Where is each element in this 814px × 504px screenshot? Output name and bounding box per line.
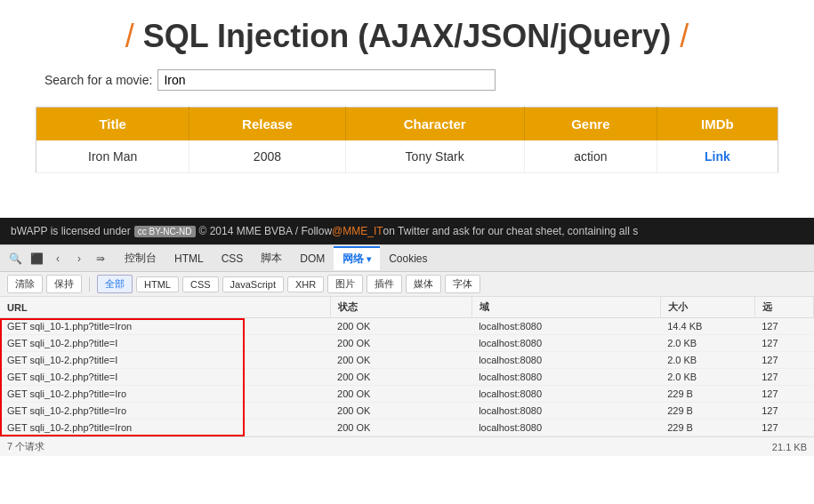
net-size: 2.0 KB xyxy=(660,369,754,386)
col-header-imdb: IMDb xyxy=(657,108,778,141)
filter-all[interactable]: 全部 xyxy=(97,275,133,293)
net-status: 200 OK xyxy=(330,352,471,369)
net-remote: 127 xyxy=(754,318,813,335)
net-size: 229 B xyxy=(660,420,754,436)
cc-badge: cc BY-NC-ND xyxy=(134,226,196,237)
devtools-toolbar: 🔍 ⬛ ‹ › ⇛ 控制台 HTML CSS 脚本 DOM 网络 Cookies xyxy=(0,245,814,272)
cell-title: Iron Man xyxy=(36,140,189,173)
col-header-url: URL xyxy=(0,297,330,318)
filter-media[interactable]: 媒体 xyxy=(406,275,441,293)
cell-imdb[interactable]: Link xyxy=(657,140,778,173)
network-row[interactable]: GET sqli_10-2.php?title=Iro 200 OK local… xyxy=(0,386,814,403)
net-url: GET sqli_10-2.php?title=Iro xyxy=(0,403,330,420)
imdb-link[interactable]: Link xyxy=(705,149,730,164)
net-status: 200 OK xyxy=(330,335,471,352)
net-url: GET sqli_10-2.php?title=Iro xyxy=(0,386,330,403)
cell-release: 2008 xyxy=(189,140,345,173)
net-size: 2.0 KB xyxy=(660,335,754,352)
tab-html[interactable]: HTML xyxy=(165,249,213,268)
net-domain: localhost:8080 xyxy=(471,369,660,386)
filter-bar: 清除 保持 全部 HTML CSS JavaScript XHR 图片 插件 媒… xyxy=(0,272,814,297)
footer-text1: bWAPP is licensed under xyxy=(11,225,131,237)
net-status: 200 OK xyxy=(330,318,471,335)
request-count: 7 个请求 xyxy=(7,440,44,453)
col-header-domain: 域 xyxy=(471,297,660,318)
net-size: 2.0 KB xyxy=(660,352,754,369)
tab-console[interactable]: 控制台 xyxy=(116,247,165,269)
net-remote: 127 xyxy=(754,420,813,436)
filter-js[interactable]: JavaScript xyxy=(222,276,284,292)
tab-css[interactable]: CSS xyxy=(213,249,253,268)
tab-dom[interactable]: DOM xyxy=(291,249,334,268)
col-header-status: 状态 xyxy=(330,297,471,318)
net-url: GET sqli_10-1.php?title=Iron xyxy=(0,318,330,335)
network-row[interactable]: GET sqli_10-1.php?title=Iron 200 OK loca… xyxy=(0,318,814,335)
network-status-bar: 7 个请求 21.1 KB xyxy=(0,436,814,456)
filter-images[interactable]: 图片 xyxy=(327,275,363,293)
network-row[interactable]: GET sqli_10-2.php?title=I 200 OK localho… xyxy=(0,335,814,352)
slash-left: / xyxy=(125,18,143,54)
results-table: Title Release Character Genre IMDb Iron … xyxy=(36,107,778,173)
network-container: URL 状态 域 大小 远 GET sqli_10-1.php?title=Ir… xyxy=(0,297,814,436)
net-domain: localhost:8080 xyxy=(471,352,660,369)
col-header-remote: 远 xyxy=(754,297,813,318)
page-title: / SQL Injection (AJAX/JSON/jQuery) / xyxy=(36,18,778,55)
filter-css[interactable]: CSS xyxy=(182,276,219,292)
net-domain: localhost:8080 xyxy=(471,403,660,420)
tab-network[interactable]: 网络 xyxy=(334,246,380,270)
col-header-genre: Genre xyxy=(524,108,657,141)
filter-divider xyxy=(89,277,90,292)
search-label: Search for a movie: xyxy=(44,73,152,87)
network-row[interactable]: GET sqli_10-2.php?title=I 200 OK localho… xyxy=(0,369,814,386)
net-domain: localhost:8080 xyxy=(471,420,660,436)
cell-character: Tony Stark xyxy=(345,140,524,173)
net-url: GET sqli_10-2.php?title=I xyxy=(0,352,330,369)
inspect-icon[interactable]: 🔍 xyxy=(5,249,25,268)
slash-right: / xyxy=(671,18,689,54)
net-status: 200 OK xyxy=(330,369,471,386)
net-url: GET sqli_10-2.php?title=I xyxy=(0,369,330,386)
expand-icon[interactable]: ⇛ xyxy=(91,249,110,268)
console-icon[interactable]: ⬛ xyxy=(27,249,46,268)
filter-plugins[interactable]: 插件 xyxy=(367,275,402,293)
back-icon[interactable]: ‹ xyxy=(48,249,68,268)
col-header-character: Character xyxy=(345,108,524,141)
cell-genre: action xyxy=(524,140,657,173)
net-size: 14.4 KB xyxy=(660,318,754,335)
net-remote: 127 xyxy=(754,403,813,420)
filter-xhr[interactable]: XHR xyxy=(287,276,324,292)
net-remote: 127 xyxy=(754,386,813,403)
net-status: 200 OK xyxy=(330,386,471,403)
net-domain: localhost:8080 xyxy=(471,335,660,352)
footer-text3: on Twitter and ask for our cheat sheet, … xyxy=(383,225,639,237)
devtools-icons: 🔍 ⬛ ‹ › ⇛ xyxy=(5,249,110,268)
network-row[interactable]: GET sqli_10-2.php?title=I 200 OK localho… xyxy=(0,352,814,369)
net-size: 229 B xyxy=(660,403,754,420)
twitter-link[interactable]: @MME_IT xyxy=(332,225,383,237)
net-status: 200 OK xyxy=(330,403,471,420)
net-status: 200 OK xyxy=(330,420,471,436)
network-row[interactable]: GET sqli_10-2.php?title=Iron 200 OK loca… xyxy=(0,420,814,436)
tab-script[interactable]: 脚本 xyxy=(252,247,291,269)
col-header-size: 大小 xyxy=(660,297,754,318)
filter-fonts[interactable]: 字体 xyxy=(445,275,480,293)
filter-persist[interactable]: 保持 xyxy=(46,275,82,293)
net-size: 229 B xyxy=(660,386,754,403)
tab-cookies[interactable]: Cookies xyxy=(380,249,436,268)
net-remote: 127 xyxy=(754,352,813,369)
col-header-title: Title xyxy=(36,108,189,141)
forward-icon[interactable]: › xyxy=(69,249,89,268)
col-header-release: Release xyxy=(189,108,345,141)
filter-html[interactable]: HTML xyxy=(136,276,179,292)
search-input[interactable] xyxy=(157,69,496,91)
net-url: GET sqli_10-2.php?title=I xyxy=(0,335,330,352)
filter-clear[interactable]: 清除 xyxy=(7,275,43,293)
net-url: GET sqli_10-2.php?title=Iron xyxy=(0,420,330,436)
footer-text2: © 2014 MME BVBA / Follow xyxy=(199,225,333,237)
net-domain: localhost:8080 xyxy=(471,318,660,335)
net-domain: localhost:8080 xyxy=(471,386,660,403)
network-row[interactable]: GET sqli_10-2.php?title=Iro 200 OK local… xyxy=(0,403,814,420)
net-remote: 127 xyxy=(754,335,813,352)
footer-bar: bWAPP is licensed under cc BY-NC-ND © 20… xyxy=(0,218,814,244)
table-row: Iron Man 2008 Tony Stark action Link xyxy=(36,140,778,173)
